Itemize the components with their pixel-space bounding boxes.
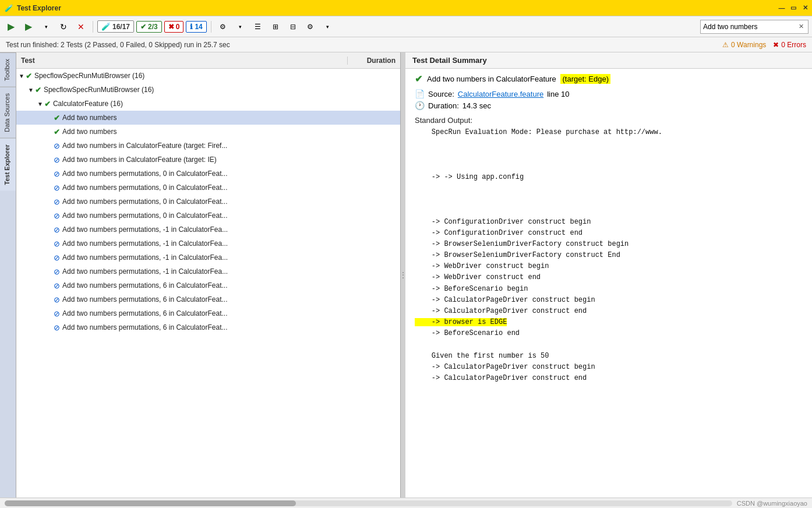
tree-item[interactable]: ⊘Add two numbers permutations, -1 in Cal… xyxy=(16,223,400,237)
fail-icon: ✖ xyxy=(168,23,174,31)
skip-icon: ⊘ xyxy=(54,142,60,150)
settings-button[interactable]: ⚙ xyxy=(216,19,231,34)
expand-button[interactable]: ⊞ xyxy=(268,19,283,34)
tree-item-label: Add two numbers permutations, 0 in Calcu… xyxy=(62,211,227,220)
other-count: 14 xyxy=(195,23,202,31)
search-clear-button[interactable]: ✕ xyxy=(796,22,806,31)
detail-title-text: Add two numbers in CalculatorFeature (ta… xyxy=(427,75,610,83)
tree-item-label: Add two numbers permutations, 6 in Calcu… xyxy=(62,295,227,304)
bottom-bar: CSDN @wumingxiaoyao xyxy=(0,498,812,508)
title-bar: 🧪 Test Explorer — ▭ ✕ xyxy=(0,0,812,16)
tree-item[interactable]: ⊘Add two numbers permutations, 6 in Calc… xyxy=(16,320,400,334)
tree-item[interactable]: ⊘Add two numbers permutations, 0 in Calc… xyxy=(16,209,400,223)
detail-pass-icon: ✔ xyxy=(415,73,422,84)
settings-dropdown[interactable]: ▾ xyxy=(233,19,248,34)
tree-item-label: SpecflowSpecRunMutiBrowser (16) xyxy=(34,72,144,80)
expand-icon[interactable]: ▼ xyxy=(37,101,43,107)
pass-badge: ✔ 2/3 xyxy=(136,21,162,33)
horizontal-scrollbar[interactable] xyxy=(5,500,732,506)
tree-item[interactable]: ▼✔CalculatorFeature (16) xyxy=(16,97,400,111)
skip-icon: ⊘ xyxy=(54,281,60,290)
source-line: line 10 xyxy=(547,90,569,98)
output-line: -> WebDriver construct begin xyxy=(415,262,549,270)
detail-source: 📄 Source: CalculatorFeature.feature line… xyxy=(415,89,803,98)
tree-item[interactable]: ⊘Add two numbers permutations, 0 in Calc… xyxy=(16,167,400,181)
source-link[interactable]: CalculatorFeature.feature xyxy=(458,90,543,98)
detail-header: Test Detail Summary xyxy=(405,52,812,69)
collapse-button[interactable]: ⊟ xyxy=(285,19,301,34)
app-icon: 🧪 xyxy=(5,4,13,12)
expand-icon[interactable]: ▼ xyxy=(28,87,34,93)
tree-item[interactable]: ⊘Add two numbers permutations, 6 in Calc… xyxy=(16,278,400,292)
output-line: -> CalculatorPageDriver construct begin xyxy=(415,296,595,304)
tree-item-label: Add two numbers xyxy=(62,114,116,122)
tree-item[interactable]: ▼✔SpecflowSpecRunMutiBrowser (16) xyxy=(16,83,400,97)
tree-item-label: SpecflowSpecRunMutiBrowser (16) xyxy=(44,86,154,94)
skip-icon: ⊘ xyxy=(54,156,60,164)
flask-icon: 🧪 xyxy=(101,22,111,31)
output-line: -> BeforeScenario begin xyxy=(415,285,528,293)
minimize-button[interactable]: — xyxy=(777,3,786,13)
skip-icon: ⊘ xyxy=(54,184,60,192)
skip-icon: ⊘ xyxy=(54,239,60,248)
tree-item[interactable]: ⊘Add two numbers in CalculatorFeature (t… xyxy=(16,139,400,153)
vertical-splitter[interactable] xyxy=(401,52,405,498)
refresh-button[interactable]: ↻ xyxy=(56,19,71,34)
output-line: SpecRun Evaluation Mode: Please purchase… xyxy=(415,128,662,136)
tree-item-label: CalculatorFeature (16) xyxy=(53,100,123,108)
output-line: -> CalculatorPageDriver construct begin xyxy=(415,363,595,371)
cancel-button[interactable]: ✕ xyxy=(73,19,89,34)
tree-item[interactable]: ✔Add two numbers xyxy=(16,111,400,125)
status-bar: Test run finished: 2 Tests (2 Passed, 0 … xyxy=(0,37,812,52)
skip-icon: ⊘ xyxy=(54,211,60,220)
col-test: Test xyxy=(16,57,348,65)
fail-count: 0 xyxy=(176,23,180,31)
detail-title-row: ✔ Add two numbers in CalculatorFeature (… xyxy=(415,73,803,84)
sidebar-item-toolbox[interactable]: Toolbox xyxy=(0,52,16,87)
pass-icon: ✔ xyxy=(44,100,51,108)
tree-item-label: Add two numbers permutations, -1 in Calc… xyxy=(62,253,228,262)
tree-item[interactable]: ⊘Add two numbers permutations, -1 in Cal… xyxy=(16,264,400,278)
tree-item[interactable]: ⊘Add two numbers permutations, 6 in Calc… xyxy=(16,292,400,306)
skip-icon: ⊘ xyxy=(54,197,60,206)
search-input[interactable] xyxy=(703,23,796,31)
restore-button[interactable]: ▭ xyxy=(789,3,798,13)
output-text: SpecRun Evaluation Mode: Please purchase… xyxy=(415,127,803,384)
watermark: CSDN @wumingxiaoyao xyxy=(737,500,807,507)
run-all-button[interactable]: ▶ xyxy=(3,19,19,34)
tree-item[interactable]: ⊘Add two numbers permutations, -1 in Cal… xyxy=(16,251,400,264)
status-message: Test run finished: 2 Tests (2 Passed, 0 … xyxy=(6,41,230,49)
close-button[interactable]: ✕ xyxy=(800,3,810,13)
tree-item[interactable]: ⊘Add two numbers permutations, 0 in Calc… xyxy=(16,181,400,195)
tree-item[interactable]: ▼✔SpecflowSpecRunMutiBrowser (16) xyxy=(16,69,400,83)
pass-count: 2/3 xyxy=(148,23,158,31)
run-button[interactable]: ▶ xyxy=(21,19,36,34)
sidebar-item-test-explorer[interactable]: Test Explorer xyxy=(0,138,16,191)
more-dropdown[interactable]: ▾ xyxy=(320,19,336,34)
sidebar-item-data-sources[interactable]: Data Sources xyxy=(0,87,16,138)
tree-item[interactable]: ⊘Add two numbers in CalculatorFeature (t… xyxy=(16,153,400,167)
error-icon: ✖ xyxy=(773,41,779,49)
total-badge: 🧪 16/17 xyxy=(97,20,134,33)
left-panel: Test Duration ▼✔SpecflowSpecRunMutiBrows… xyxy=(16,52,401,498)
tree-item[interactable]: ⊘Add two numbers permutations, 6 in Calc… xyxy=(16,306,400,320)
vertical-tabs: Toolbox Data Sources Test Explorer xyxy=(0,52,16,498)
output-line: -> ConfigurationDriver construct end xyxy=(415,229,582,237)
main-content: Toolbox Data Sources Test Explorer Test … xyxy=(0,52,812,498)
detail-output: Standard Output: SpecRun Evaluation Mode… xyxy=(415,116,803,384)
warning-icon: ⚠ xyxy=(722,41,729,49)
tree-item[interactable]: ⊘Add two numbers permutations, 0 in Calc… xyxy=(16,195,400,209)
test-list-header: Test Duration xyxy=(16,52,400,69)
search-box: ✕ xyxy=(700,20,809,34)
tree-item[interactable]: ⊘Add two numbers permutations, -1 in Cal… xyxy=(16,237,400,251)
skip-icon: ⊘ xyxy=(54,170,60,178)
output-line: -> CalculatorPageDriver construct end xyxy=(415,307,587,315)
duration-label: Duration: xyxy=(428,101,459,110)
run-dropdown-button[interactable]: ▾ xyxy=(38,19,54,34)
tree-item-label: Add two numbers in CalculatorFeature (ta… xyxy=(62,142,227,150)
more-button[interactable]: ⚙ xyxy=(303,19,318,34)
tree-item[interactable]: ✔Add two numbers xyxy=(16,125,400,139)
output-line: -> BrowserSeleniumDriverFactory construc… xyxy=(415,240,629,248)
group-button[interactable]: ☰ xyxy=(250,19,266,34)
expand-icon[interactable]: ▼ xyxy=(19,73,24,79)
